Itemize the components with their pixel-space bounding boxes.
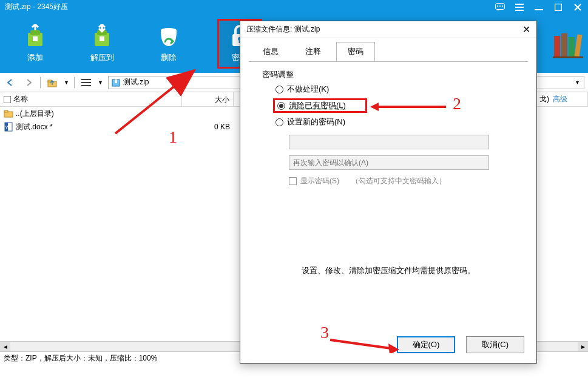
svg-point-1 (497, 5, 498, 7)
radio-set-icon (275, 118, 283, 126)
svg-rect-30 (115, 80, 117, 83)
folder-up-icon (4, 109, 13, 118)
svg-rect-14 (100, 36, 104, 41)
radio-clear-label: 清除已有密码(L) (289, 100, 346, 111)
radio-none[interactable]: 不做处理(K) (275, 84, 515, 95)
svg-rect-21 (569, 37, 575, 56)
svg-rect-23 (553, 56, 583, 58)
tab-comment[interactable]: 注释 (294, 42, 333, 61)
dialog-titlebar: 压缩文件信息: 测试.zip ✕ (240, 21, 536, 38)
add-icon (22, 24, 49, 49)
advanced-label[interactable]: 高级 (553, 94, 567, 104)
cancel-button[interactable]: 取消(C) (466, 336, 524, 353)
close-icon[interactable] (572, 2, 583, 13)
separator (74, 77, 75, 88)
file-size: 0 KB (214, 123, 230, 131)
svg-rect-31 (4, 96, 11, 103)
tab-password[interactable]: 密码 (336, 42, 375, 61)
archive-icon (111, 78, 121, 87)
svg-rect-8 (555, 4, 562, 10)
svg-rect-4 (515, 4, 524, 5)
view-dropdown-icon[interactable]: ▼ (98, 80, 103, 86)
toolbar-extract-button[interactable]: 解压到 (84, 24, 120, 63)
show-password-row[interactable]: 显示密码(S) （勾选可支持中文密码输入） (289, 176, 515, 186)
checkbox-header-icon[interactable] (4, 96, 11, 103)
svg-rect-26 (81, 79, 91, 80)
radio-set[interactable]: 设置新的密码(N) (275, 117, 515, 127)
up-dropdown-icon[interactable]: ▼ (64, 80, 69, 86)
svg-rect-11 (33, 36, 38, 41)
back-suffix-label: 戈) (539, 94, 549, 104)
show-password-hint: （勾选可支持中文密码输入） (351, 176, 446, 186)
file-info-dialog: 压缩文件信息: 测试.zip ✕ 信息 注释 密码 密码调整 不做处理(K) 清… (240, 21, 537, 364)
radio-clear[interactable]: 清除已有密码(L) (273, 98, 367, 113)
svg-rect-22 (575, 35, 583, 57)
radio-none-icon (275, 86, 283, 93)
separator (40, 77, 41, 88)
svg-rect-20 (561, 33, 567, 56)
window-title: 测试.zip - 2345好压 (5, 2, 68, 12)
svg-point-2 (499, 5, 501, 7)
toolbar-add-label: 添加 (27, 52, 43, 63)
svg-rect-7 (535, 9, 543, 10)
extract-icon (89, 24, 115, 49)
column-size-header[interactable]: 大小 (182, 92, 234, 106)
password-confirm-input (289, 155, 489, 170)
dialog-footer: 确定(O) 取消(C) (397, 336, 524, 353)
radio-set-label: 设置新的密码(N) (287, 117, 345, 127)
docx-icon: W (4, 122, 13, 132)
titlebar: 测试.zip - 2345好压 (0, 0, 588, 14)
maximize-icon[interactable] (553, 2, 564, 13)
group-label: 密码调整 (262, 69, 515, 80)
minimize-icon[interactable] (533, 2, 544, 13)
status-left: 类型：ZIP，解压后大小：未知，压缩比：100% (4, 353, 157, 364)
delete-icon (155, 24, 182, 49)
scroll-right-icon[interactable]: ▸ (578, 342, 588, 351)
ok-button[interactable]: 确定(O) (397, 336, 455, 353)
up-icon[interactable] (46, 76, 59, 89)
toolbar-delete-label: 删除 (161, 52, 177, 63)
svg-rect-6 (515, 10, 524, 11)
toolbar-extract-label: 解压到 (90, 52, 114, 63)
radio-none-label: 不做处理(K) (287, 84, 329, 95)
svg-rect-19 (554, 36, 560, 56)
tab-info[interactable]: 信息 (251, 42, 290, 61)
toolbar-add-button[interactable]: 添加 (17, 24, 53, 63)
svg-rect-5 (515, 7, 524, 8)
view-list-icon[interactable] (79, 76, 93, 89)
path-dropdown-icon[interactable]: ▾ (573, 79, 581, 86)
svg-rect-33 (4, 110, 8, 112)
column-name-header[interactable]: 名称 (0, 92, 182, 106)
dialog-close-icon[interactable]: ✕ (522, 24, 530, 35)
dialog-body: 密码调整 不做处理(K) 清除已有密码(L) 设置新的密码(N) 显示密码(S)… (240, 62, 536, 276)
chat-icon[interactable] (495, 2, 505, 13)
dialog-title: 压缩文件信息: 测试.zip (246, 24, 320, 35)
toolbar-delete-button[interactable]: 删除 (150, 24, 187, 63)
show-password-label: 显示密码(S) (300, 176, 339, 186)
back-icon[interactable] (4, 76, 17, 89)
dialog-tabs: 信息 注释 密码 (240, 38, 536, 61)
svg-text:W: W (5, 125, 10, 129)
radio-clear-icon (277, 102, 285, 110)
shelf-area (543, 14, 588, 73)
dialog-hint: 设置、修改、清除加密压缩文件均需提供原密码。 (262, 265, 515, 276)
svg-rect-28 (81, 85, 91, 86)
file-name: 测试.docx * (16, 122, 53, 132)
menu-icon[interactable] (514, 2, 525, 13)
forward-icon[interactable] (22, 76, 35, 89)
parent-label: ..(上层目录) (16, 109, 54, 119)
svg-rect-27 (81, 82, 91, 83)
checkbox-icon (289, 177, 297, 185)
scroll-left-icon[interactable]: ◂ (0, 342, 10, 351)
books-icon[interactable] (553, 32, 583, 59)
svg-rect-10 (30, 30, 40, 35)
svg-point-3 (502, 5, 503, 7)
password-input (289, 135, 489, 149)
